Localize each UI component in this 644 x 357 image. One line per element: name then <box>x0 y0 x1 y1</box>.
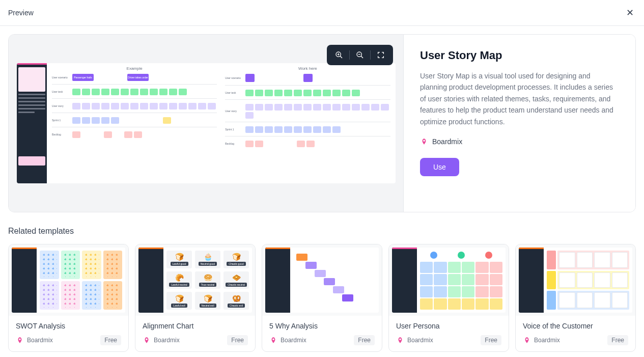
preview-card: Example User scenario Passenger hails Dr… <box>8 34 636 212</box>
template-author: Boardmix <box>420 138 619 146</box>
zoom-out-icon <box>356 51 364 59</box>
related-templates-section: Related templates SWOT Analysis Boardmix <box>8 227 636 352</box>
zoom-out-button[interactable] <box>350 48 370 62</box>
price-badge: Free <box>227 335 248 345</box>
price-badge: Free <box>354 335 375 345</box>
row-label: User task <box>225 91 243 94</box>
card-author: Boardmix <box>407 337 433 344</box>
card-title: 5 Why Analysis <box>269 322 375 330</box>
template-preview-image: Example User scenario Passenger hails Dr… <box>17 63 396 184</box>
card-author: Boardmix <box>154 337 180 344</box>
svg-line-5 <box>361 56 363 58</box>
related-heading: Related templates <box>8 227 636 236</box>
svg-line-1 <box>340 56 342 58</box>
use-button[interactable]: Use <box>420 158 459 176</box>
preview-doc-main: Example User scenario Passenger hails Dr… <box>47 63 395 184</box>
close-button[interactable]: ✕ <box>624 5 636 20</box>
author-logo-icon <box>523 336 531 344</box>
row-label: User story <box>225 109 243 113</box>
author-logo-icon <box>143 336 151 344</box>
price-badge: Free <box>481 335 501 345</box>
price-badge: Free <box>607 335 628 345</box>
card-title: Voice of the Customer <box>523 322 628 330</box>
related-card-swot[interactable]: SWOT Analysis Boardmix Free <box>8 244 129 352</box>
author-name: Boardmix <box>432 138 462 146</box>
scenario-cell: Driver takes order <box>127 74 149 81</box>
zoom-controls <box>327 45 393 65</box>
thumbnail <box>389 244 509 316</box>
thumbnail <box>516 244 635 316</box>
author-logo-icon <box>420 138 428 146</box>
row-label: Backlog <box>225 142 243 145</box>
topbar: Preview ✕ <box>0 0 644 26</box>
author-logo-icon <box>16 336 24 344</box>
fullscreen-icon <box>377 51 385 59</box>
card-title: SWOT Analysis <box>16 322 121 330</box>
related-grid: SWOT Analysis Boardmix Free 🍞Lawful good… <box>8 244 636 352</box>
row-label: Sprint 1 <box>225 128 243 131</box>
template-details: User Story Map User Story Map is a visua… <box>404 35 635 212</box>
related-card-voc[interactable]: Voice of the Customer Boardmix Free <box>515 244 636 352</box>
thumbnail: 🍞Lawful good 🧁Neutral good 🍞Chaotic good… <box>135 244 255 316</box>
row-label: User scenario <box>52 76 70 79</box>
price-badge: Free <box>100 335 121 345</box>
template-title: User Story Map <box>420 49 619 62</box>
row-label: User story <box>52 104 70 107</box>
template-description: User Story Map is a visual tool used for… <box>420 70 619 127</box>
preview-canvas: Example User scenario Passenger hails Dr… <box>9 35 404 212</box>
related-card-persona[interactable]: User Persona Boardmix Free <box>388 244 509 352</box>
card-author: Boardmix <box>281 337 306 344</box>
row-label: User task <box>52 90 70 93</box>
zoom-in-button[interactable] <box>329 48 349 62</box>
content: Example User scenario Passenger hails Dr… <box>0 26 644 357</box>
card-title: Alignment Chart <box>143 322 248 330</box>
preview-col-title: Example <box>52 66 217 71</box>
scenario-cell: Passenger hails <box>72 74 94 81</box>
row-label: User scenario <box>225 76 243 79</box>
topbar-title: Preview <box>8 9 34 17</box>
close-icon: ✕ <box>626 8 634 18</box>
zoom-in-icon <box>335 51 343 59</box>
card-author: Boardmix <box>534 337 560 344</box>
fullscreen-button[interactable] <box>371 48 391 62</box>
related-card-5why[interactable]: 5 Why Analysis Boardmix Free <box>262 244 382 352</box>
author-logo-icon <box>269 336 277 344</box>
author-logo-icon <box>396 336 404 344</box>
row-label: Backlog <box>52 133 70 136</box>
preview-doc-sidebar <box>17 63 47 184</box>
row-label: Sprint 1 <box>52 119 70 122</box>
preview-col-title: Work here <box>225 66 390 71</box>
thumbnail <box>9 244 128 316</box>
thumbnail <box>262 244 382 316</box>
card-title: User Persona <box>396 322 501 330</box>
card-author: Boardmix <box>27 337 53 344</box>
related-card-alignment[interactable]: 🍞Lawful good 🧁Neutral good 🍞Chaotic good… <box>135 244 256 352</box>
